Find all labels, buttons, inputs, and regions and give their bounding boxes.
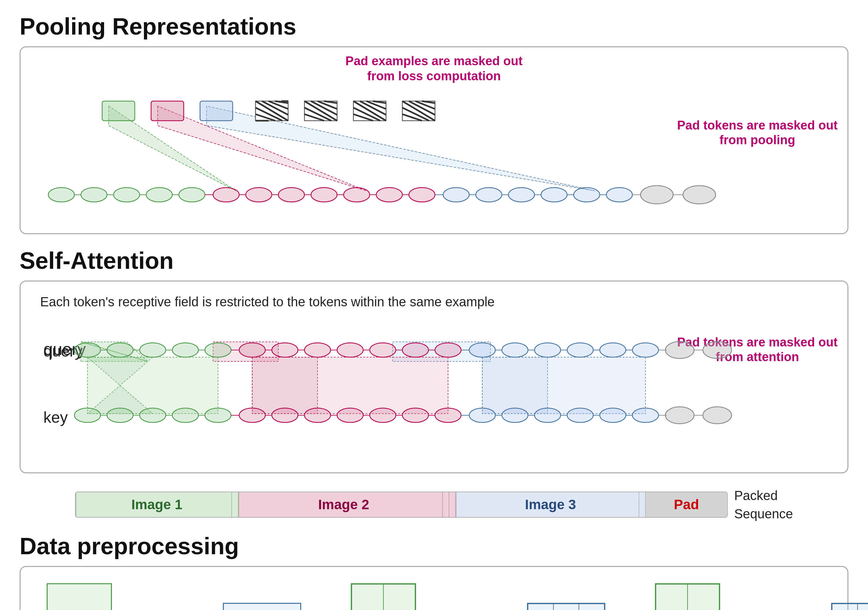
svg-line-17 xyxy=(311,101,337,115)
svg-point-129 xyxy=(107,408,133,423)
svg-line-26 xyxy=(373,101,386,103)
svg-line-16 xyxy=(304,101,337,121)
pooling-title: Pooling Representations xyxy=(20,13,848,40)
patch-image1 xyxy=(351,583,416,610)
drop-image1 xyxy=(655,583,720,610)
svg-point-103 xyxy=(435,343,461,357)
svg-line-35 xyxy=(402,114,422,121)
svg-point-68 xyxy=(574,187,600,202)
svg-line-19 xyxy=(324,101,337,103)
svg-point-46 xyxy=(213,187,239,202)
svg-line-31 xyxy=(409,101,435,115)
svg-point-50 xyxy=(278,187,304,202)
pooling-box: Pad examples are masked outfrom loss com… xyxy=(20,46,848,234)
svg-rect-15 xyxy=(304,101,337,121)
svg-point-137 xyxy=(239,408,265,423)
svg-rect-29 xyxy=(402,101,435,121)
svg-marker-0 xyxy=(108,106,236,191)
svg-point-72 xyxy=(640,186,673,204)
svg-point-127 xyxy=(74,408,101,423)
svg-point-147 xyxy=(402,408,428,423)
svg-point-145 xyxy=(370,408,396,423)
svg-point-93 xyxy=(272,343,298,357)
svg-point-107 xyxy=(502,343,528,357)
svg-line-9 xyxy=(268,101,288,109)
packed-sequence-container: Image 1 Image 2 Image 3 Pad Packed Seque… xyxy=(20,486,848,523)
svg-line-20 xyxy=(304,108,331,121)
tokendrop-images-row: Image1 Image2 xyxy=(655,583,868,610)
svg-point-91 xyxy=(239,343,265,357)
pooling-diagram-svg xyxy=(40,99,868,217)
patchify-images-row: Image1 Image2 xyxy=(351,583,605,610)
svg-line-30 xyxy=(402,101,435,121)
svg-line-12 xyxy=(256,108,282,121)
seq-pad: Pad xyxy=(646,492,727,517)
svg-point-40 xyxy=(113,187,140,202)
attention-title: Self-Attention xyxy=(20,247,848,274)
seq-image3: Image 3 xyxy=(456,492,646,517)
svg-point-60 xyxy=(443,187,469,202)
svg-rect-5 xyxy=(200,101,232,121)
svg-line-24 xyxy=(360,101,386,115)
svg-point-70 xyxy=(606,187,632,202)
svg-point-117 xyxy=(665,342,694,359)
svg-line-27 xyxy=(353,108,380,121)
svg-point-64 xyxy=(508,187,535,202)
svg-line-8 xyxy=(262,101,288,115)
svg-rect-6 xyxy=(256,101,288,121)
svg-point-74 xyxy=(683,186,716,204)
svg-point-97 xyxy=(337,343,363,357)
svg-point-163 xyxy=(665,407,694,424)
svg-point-58 xyxy=(409,187,435,202)
packed-label: Packed Sequence xyxy=(734,486,793,523)
svg-point-42 xyxy=(146,187,172,202)
svg-point-83 xyxy=(107,343,133,357)
drop-image3 xyxy=(831,603,868,610)
svg-rect-4 xyxy=(151,101,184,121)
svg-point-159 xyxy=(600,408,626,423)
svg-point-105 xyxy=(469,343,495,357)
svg-point-151 xyxy=(469,408,495,423)
svg-marker-2 xyxy=(206,106,595,191)
svg-point-44 xyxy=(179,187,205,202)
tokendrop-group: Image1 Image2 xyxy=(655,583,868,610)
patchify-group: Image1 Image2 xyxy=(351,583,605,610)
svg-point-119 xyxy=(703,342,732,359)
svg-point-66 xyxy=(541,187,567,202)
svg-line-34 xyxy=(402,108,429,121)
svg-point-157 xyxy=(567,408,593,423)
svg-line-21 xyxy=(304,114,324,121)
svg-point-36 xyxy=(48,187,74,202)
svg-text:key: key xyxy=(43,409,68,426)
svg-line-28 xyxy=(353,114,373,121)
pad-label-loss: Pad examples are masked outfrom loss com… xyxy=(346,54,523,84)
svg-point-141 xyxy=(304,408,330,423)
svg-point-89 xyxy=(205,343,231,357)
attention-diagram-svg: query query xyxy=(40,319,868,456)
preprocessing-title: Data preprocessing xyxy=(20,533,848,559)
svg-line-7 xyxy=(256,101,288,121)
svg-point-109 xyxy=(535,343,561,357)
svg-point-54 xyxy=(344,187,370,202)
svg-line-23 xyxy=(353,101,386,121)
svg-point-135 xyxy=(205,408,231,423)
inputs-group: Image1 Image2 Image2 Inputs xyxy=(46,583,301,610)
svg-point-155 xyxy=(535,408,561,423)
svg-point-56 xyxy=(376,187,402,202)
svg-point-165 xyxy=(703,407,732,424)
svg-point-139 xyxy=(272,408,298,423)
svg-point-48 xyxy=(246,187,272,202)
svg-point-161 xyxy=(632,408,659,423)
input-image1 xyxy=(46,583,112,610)
svg-point-101 xyxy=(402,343,428,357)
svg-point-99 xyxy=(370,343,396,357)
svg-line-13 xyxy=(256,114,275,121)
svg-point-38 xyxy=(81,187,107,202)
svg-line-25 xyxy=(366,101,386,109)
svg-line-10 xyxy=(275,101,288,103)
svg-point-113 xyxy=(600,343,626,357)
svg-marker-1 xyxy=(158,106,366,191)
packed-sequence-bar: Image 1 Image 2 Image 3 Pad xyxy=(75,492,728,518)
svg-line-32 xyxy=(415,101,435,109)
svg-rect-3 xyxy=(102,101,135,121)
